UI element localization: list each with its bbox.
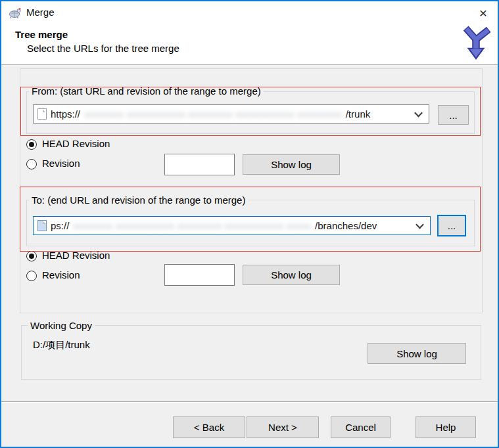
from-revision-input[interactable] [164, 154, 235, 175]
from-revision-label: Revision [42, 158, 80, 169]
merge-dialog: Merge × Tree merge Select the URLs for t… [0, 0, 499, 448]
from-url-redacted: xxxxxxxx xxxxxxxxxxxx xxxxxxxxx xxxxxxxx… [84, 108, 342, 120]
titlebar: Merge × [1, 1, 498, 22]
to-url-prefix: ps:// [51, 220, 69, 231]
document-icon [37, 108, 47, 120]
to-url-combobox[interactable]: ps:// xxxxxxxx xxxxxxxxxxxx xxxxxxxxx xx… [33, 216, 431, 235]
merge-icon [460, 24, 492, 62]
to-show-log-button[interactable]: Show log [243, 265, 340, 285]
from-url-prefix: https:// [51, 108, 80, 120]
from-head-revision-label: HEAD Revision [42, 138, 110, 149]
page-title: Tree merge [15, 29, 68, 40]
to-browse-button[interactable]: ... [437, 215, 466, 236]
from-head-revision-radio[interactable] [26, 139, 37, 150]
to-head-revision-radio[interactable] [26, 251, 37, 261]
from-url-suffix: /trunk [346, 108, 371, 120]
to-head-revision-label: HEAD Revision [42, 250, 110, 261]
app-icon [9, 6, 22, 19]
from-url-combobox[interactable]: https:// xxxxxxxx xxxxxxxxxxxx xxxxxxxxx… [33, 104, 429, 123]
to-revision-label: Revision [42, 269, 80, 280]
to-revision-input[interactable] [164, 264, 235, 286]
page-subtitle: Select the URLs for the tree merge [27, 43, 179, 54]
from-revision-radio[interactable] [26, 159, 37, 169]
to-url-suffix: /branches/dev [315, 220, 377, 231]
to-revision-radio[interactable] [26, 271, 37, 281]
chevron-down-icon[interactable] [414, 108, 423, 117]
from-groupbox-label: From: (start URL and revision of the ran… [29, 85, 264, 97]
close-icon: × [479, 6, 487, 20]
chevron-down-icon[interactable] [416, 220, 424, 229]
wizard-header: Tree merge Select the URLs for the tree … [1, 22, 498, 64]
to-groupbox-label: To: (end URL and revision of the range t… [29, 194, 248, 206]
from-browse-button[interactable]: ... [438, 105, 469, 125]
document-icon [37, 220, 47, 231]
window-title: Merge [26, 7, 55, 18]
cancel-button[interactable]: Cancel [331, 416, 391, 438]
working-copy-show-log-button[interactable]: Show log [368, 343, 466, 364]
to-url-redacted: xxxxxxxx xxxxxxxxxxxx xxxxxxxxx xxxxxxxx… [73, 220, 311, 231]
working-copy-label: Working Copy [28, 320, 95, 331]
next-button[interactable]: Next > [247, 416, 319, 438]
from-show-log-button[interactable]: Show log [243, 154, 340, 175]
footer-divider [1, 401, 498, 402]
back-button[interactable]: < Back [173, 416, 245, 438]
help-button[interactable]: Help [416, 416, 476, 438]
close-button[interactable]: × [473, 3, 494, 22]
working-copy-path: D:/项目/trunk [33, 339, 90, 351]
